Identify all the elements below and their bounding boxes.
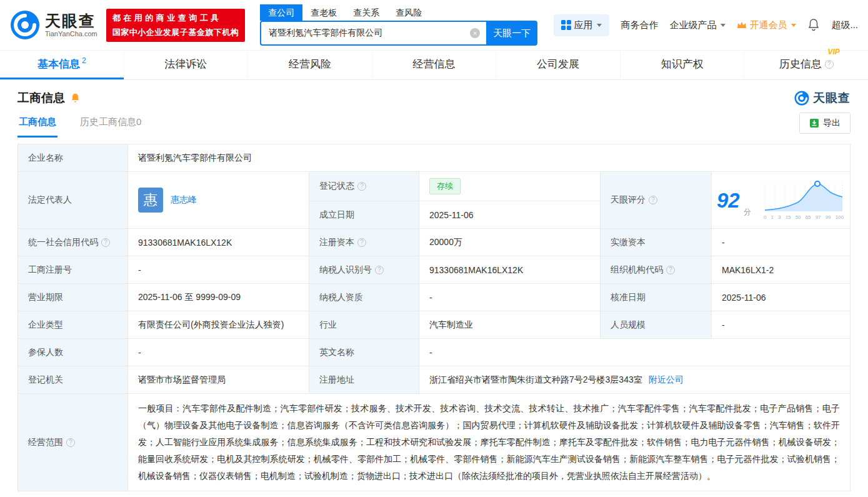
subtab-history-count: 0	[136, 116, 141, 127]
value-insured-count: -	[128, 339, 309, 366]
tab-operation-info[interactable]: 经营信息	[372, 51, 496, 79]
tab-operational-risk[interactable]: 经营风险	[247, 51, 372, 79]
label-industry: 行业	[309, 311, 419, 339]
value-paid-capital: -	[712, 229, 851, 256]
chevron-down-icon	[721, 24, 726, 27]
legal-rep-link[interactable]: 惠志峰	[171, 194, 197, 206]
row-insured-count: 参保人数 - 英文名称 -	[18, 339, 851, 366]
label-english-name: 英文名称	[309, 339, 419, 366]
tab-intellectual-property[interactable]: 知识产权	[620, 51, 744, 79]
score-chart-axis: 01 315 5065 9799 100	[764, 215, 844, 220]
watermark-text: 天眼查	[813, 90, 851, 106]
value-company-name: 诸暨利氪汽车零部件有限公司	[128, 144, 851, 172]
nav-super-vip[interactable]: 超级...	[831, 19, 858, 31]
tab-lawsuits[interactable]: 法律诉讼	[124, 51, 248, 79]
nav-super-label: 超级...	[831, 19, 858, 31]
legal-rep-avatar[interactable]: 惠	[138, 188, 163, 213]
label-text: 组织机构代码	[611, 264, 663, 274]
label-company-type: 企业类型	[18, 311, 128, 339]
top-header: 天眼查 TianYanCha.com 都在用的商业查询工具 国家中小企业发展子基…	[0, 0, 868, 50]
info-icon[interactable]: ?	[375, 266, 384, 274]
search-input-wrap: ×	[260, 21, 486, 46]
search-button[interactable]: 天眼一下	[486, 21, 537, 46]
nav-notifications[interactable]	[807, 18, 820, 32]
label-text: 天眼评分	[611, 194, 646, 204]
score-marker	[815, 181, 820, 186]
label-paid-capital: 实缴资本	[601, 229, 712, 256]
search-tab-boss[interactable]: 查老板	[302, 4, 345, 21]
tab-company-development[interactable]: 公司发展	[496, 51, 620, 79]
monitor-bell-icon[interactable]	[70, 93, 81, 104]
nav-apps[interactable]: 应用	[554, 14, 609, 36]
score-unit: 分	[744, 207, 751, 218]
info-icon[interactable]: ?	[357, 182, 366, 191]
row-company-name: 企业名称 诸暨利氪汽车零部件有限公司	[18, 144, 851, 172]
tab-basic-info[interactable]: 基本信息 2	[0, 51, 124, 79]
row-reg-authority: 登记机关 诸暨市市场监督管理局 注册地址 浙江省绍兴市诸暨市陶朱街道文种路7号2…	[18, 366, 851, 394]
nearby-companies-link[interactable]: 附近公司	[649, 374, 684, 386]
chevron-down-icon	[597, 24, 602, 27]
search-area: 查公司 查老板 查关系 查风险 × 天眼一下	[260, 4, 537, 46]
row-reg-number: 工商注册号 - 纳税人识别号? 91330681MAK16LX12K 组织机构代…	[18, 256, 851, 284]
export-button[interactable]: 导出	[799, 113, 851, 134]
search-input[interactable]	[260, 21, 486, 46]
label-text: 纳税人识别号	[319, 264, 372, 274]
info-icon[interactable]: ?	[825, 60, 834, 69]
value-legal-rep: 惠 惠志峰	[128, 172, 309, 229]
search-tab-risk[interactable]: 查风险	[387, 4, 430, 21]
nav-enterprise-products[interactable]: 企业级产品	[669, 19, 726, 31]
nav-open-vip[interactable]: 开通会员	[737, 19, 796, 31]
tab-risk-label: 经营风险	[289, 57, 331, 71]
row-business-scope: 经营范围? 一般项目：汽车零部件及配件制造；汽车零部件研发；技术服务、技术开发、…	[18, 394, 851, 491]
apps-grid-icon	[561, 20, 571, 30]
info-icon[interactable]: ?	[666, 266, 675, 274]
row-legal-rep-status: 法定代表人 惠 惠志峰 登记状态? 存续 天眼评分? 92 分	[18, 172, 851, 201]
label-text: 经营范围	[28, 437, 63, 447]
nav-apps-label: 应用	[574, 19, 592, 31]
reg-address-text: 浙江省绍兴市诸暨市陶朱街道文种路7号2号楼3层343室	[429, 374, 642, 386]
score-chart[interactable]: 01 315 5065 9799 100	[764, 180, 845, 220]
crown-icon	[737, 21, 747, 29]
label-reg-authority: 登记机关	[18, 366, 128, 394]
label-reg-address: 注册地址	[309, 366, 419, 394]
info-icon[interactable]: ?	[101, 238, 110, 247]
subtabs-row: 工商信息 历史工商信息0 导出	[0, 110, 868, 138]
search-tab-company[interactable]: 查公司	[260, 4, 302, 21]
value-staff-size: -	[712, 311, 851, 339]
excel-export-icon	[809, 118, 819, 128]
label-business-term: 营业期限	[18, 284, 128, 311]
brand-name: 天眼查	[45, 13, 97, 30]
label-text: 注册资本	[319, 237, 354, 247]
label-approval-date: 核准日期	[601, 284, 712, 311]
info-icon[interactable]: ?	[357, 238, 366, 247]
value-reg-address: 浙江省绍兴市诸暨市陶朱街道文种路7号2号楼3层343室 附近公司	[419, 366, 851, 394]
value-business-term: 2025-11-06 至 9999-09-09	[128, 284, 309, 311]
label-staff-size: 人员规模	[601, 311, 712, 339]
subtab-history-business-info[interactable]: 历史工商信息0	[79, 109, 142, 138]
section-header: 工商信息 天眼查	[0, 80, 868, 110]
label-reg-status: 登记状态?	[309, 172, 419, 201]
search-tab-relation[interactable]: 查关系	[345, 4, 387, 21]
label-taxpayer-id: 纳税人识别号?	[309, 256, 419, 284]
label-taxpayer-quality: 纳税人资质	[309, 284, 419, 311]
value-org-code: MAK16LX1-2	[712, 256, 851, 284]
tab-history-label: 历史信息	[779, 57, 822, 71]
label-credit-code: 统一社会信用代码?	[18, 229, 128, 256]
score-number: 92	[717, 190, 740, 211]
value-taxpayer-id: 91330681MAK16LX12K	[419, 256, 601, 284]
banner-line-2: 国家中小企业发展子基金旗下机构	[112, 27, 239, 38]
chevron-down-icon	[791, 24, 796, 27]
export-label: 导出	[823, 118, 841, 129]
tab-history-info[interactable]: 历史信息 ? VIP	[744, 51, 868, 79]
banner-line-1: 都在用的商业查询工具	[112, 13, 239, 24]
info-icon[interactable]: ?	[66, 438, 75, 447]
value-establish-date: 2025-11-06	[419, 201, 601, 229]
subtab-business-info[interactable]: 工商信息	[17, 109, 57, 138]
tianyancha-logo[interactable]: 天眼查 TianYanCha.com	[10, 10, 97, 40]
label-text: 登记状态	[319, 181, 354, 191]
tab-basic-label: 基本信息	[37, 57, 80, 71]
nav-cooperation[interactable]: 商务合作	[621, 19, 658, 31]
value-english-name: -	[419, 339, 851, 366]
logo-text: 天眼查 TianYanCha.com	[45, 13, 97, 38]
info-icon[interactable]: ?	[649, 196, 657, 204]
